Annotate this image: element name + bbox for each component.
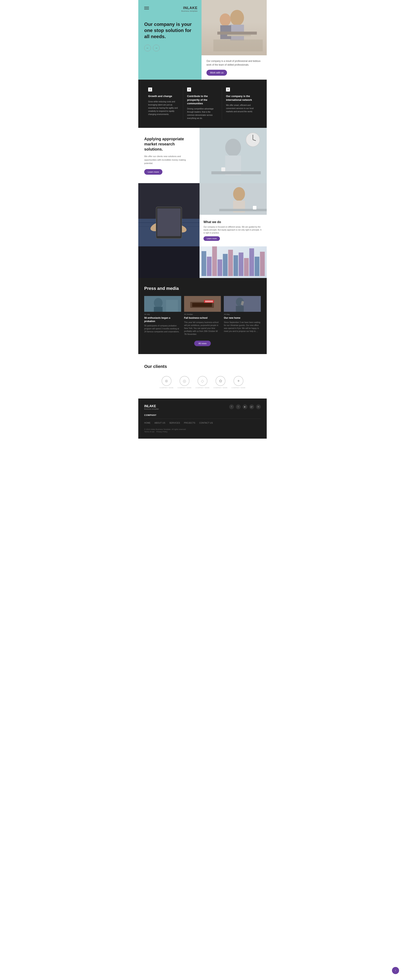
chart-bar-11 — [255, 257, 259, 276]
social-facebook-icon[interactable]: f — [229, 404, 234, 409]
footer-copy-links: © 2016 Inlake Business Template. All rig… — [144, 428, 186, 433]
svg-rect-28 — [253, 206, 256, 210]
chart-bar-1 — [202, 251, 206, 276]
market-desc: We offer our clients new solutions and o… — [144, 155, 194, 165]
client-icon-2: ◎ — [179, 376, 189, 386]
press-news-desc-1: 56 participants of company probation pro… — [144, 324, 181, 333]
chart-image — [200, 247, 267, 278]
footer-copyright: © 2016 Inlake Business Template. All rig… — [144, 428, 186, 431]
press-news-desc-3: Since September 3 we have been waiting f… — [224, 321, 261, 333]
press-news-title-2: Fall business-school — [184, 316, 221, 320]
footer-brand: INLAKE Business template — [144, 404, 159, 410]
chart-bar-4 — [218, 259, 222, 276]
press-news-title-3: Our new home — [224, 316, 261, 320]
market-section: Applying appropriate market research sol… — [138, 128, 267, 183]
clients-logos: ⊗ COMPANY NAME ◎ COMPANY NAME ◇ COMPANY … — [144, 376, 261, 389]
footer-nav-about[interactable]: ABOUT US — [154, 422, 165, 424]
chart-bar-3 — [212, 247, 217, 276]
client-logo-5: ✦ COMPANY NAME — [232, 376, 246, 389]
footer-links: Terms of use Privacy Policy — [144, 431, 186, 433]
chart-left-dark — [138, 247, 200, 278]
feature-item-1: 1 Growth and change Grow while reducing … — [144, 88, 183, 120]
social-linkedin-icon[interactable]: in — [256, 404, 261, 409]
svg-rect-4 — [220, 25, 231, 39]
footer-bottom: © 2016 Inlake Business Template. All rig… — [144, 428, 261, 433]
feature-desc-2: Driving competitive advantage through le… — [187, 107, 218, 120]
client-name-4: COMPANY NAME — [214, 387, 227, 389]
hero-left: INLAKE Business template Our company is … — [138, 0, 202, 55]
chart-bar-9 — [244, 258, 249, 276]
feature-num-2: 2 — [187, 88, 191, 91]
footer-nav-home[interactable]: HOME — [144, 422, 151, 424]
footer-nav: HOME ABOUT US SERVICES PROJECTS CONTACT … — [144, 419, 261, 424]
chart-bars — [200, 247, 267, 278]
svg-rect-40 — [236, 306, 244, 312]
client-icon-3: ◇ — [198, 376, 207, 386]
svg-rect-31 — [154, 307, 163, 312]
press-date-1: 24 July — [144, 313, 181, 315]
client-logo-1: ⊗ COMPANY NAME — [159, 376, 173, 389]
social-youtube-icon[interactable]: ▶ — [243, 404, 247, 409]
footer-nav-projects[interactable]: PROJECTS — [184, 422, 195, 424]
client-logo-2: ◎ COMPANY NAME — [178, 376, 191, 389]
chart-bar-12 — [260, 252, 265, 276]
clients-title: Our clients — [144, 364, 261, 369]
press-article-2: 25 October Fall business-school This yea… — [184, 296, 221, 336]
whatwedo-section: What we do Our company is focused on dif… — [138, 183, 267, 247]
svg-point-12 — [225, 139, 241, 156]
svg-rect-32 — [166, 300, 178, 312]
market-learn-more-button[interactable]: Learn more — [144, 169, 162, 175]
footer-terms-link[interactable]: Terms of use — [144, 431, 154, 433]
market-image — [200, 128, 267, 183]
svg-rect-2 — [230, 25, 244, 40]
feature-desc-3: We offer smart, efficient and convenient… — [226, 104, 257, 113]
whatwedo-top-image — [200, 183, 267, 215]
whatwedo-bottom: What we do Our company is focused on dif… — [200, 215, 267, 247]
feature-num-3: 3 — [226, 88, 230, 91]
hero-section: INLAKE Business template Our company is … — [138, 0, 267, 80]
feature-title-3: Our company is the international network — [226, 94, 257, 102]
hamburger-menu[interactable] — [144, 7, 149, 10]
market-title: Applying appropriate market research sol… — [144, 136, 194, 152]
all-news-button[interactable]: All news — [194, 340, 211, 346]
prev-arrow-button[interactable]: ← — [144, 45, 151, 51]
press-img-sim-3 — [224, 296, 261, 312]
about-section: Our company is a result of professional … — [138, 55, 267, 80]
client-name-5: COMPANY NAME — [232, 387, 246, 389]
svg-rect-23 — [157, 208, 181, 236]
press-image-3 — [224, 296, 261, 312]
svg-rect-35 — [192, 303, 212, 307]
chart-section — [138, 247, 267, 278]
whatwedo-desc: Our company is focused on different area… — [203, 226, 263, 234]
feature-item-2: 2 Contribute to the prosperity of the co… — [183, 88, 222, 120]
hero-image — [202, 0, 267, 55]
svg-rect-15 — [221, 167, 225, 171]
press-image-2 — [184, 296, 221, 312]
whatwedo-title: What we do — [203, 220, 263, 224]
svg-rect-37 — [205, 301, 213, 302]
chart-bar-6 — [228, 250, 233, 276]
about-text: Our company is a result of professional … — [206, 59, 262, 67]
next-arrow-button[interactable]: → — [153, 45, 160, 51]
svg-rect-0 — [202, 0, 267, 55]
chart-bar-8 — [239, 253, 243, 276]
press-image-1 — [144, 296, 181, 312]
client-name-1: COMPANY NAME — [159, 387, 173, 389]
feature-num-1: 1 — [148, 88, 152, 91]
press-img-sim-1 — [144, 296, 181, 312]
work-with-us-button[interactable]: Work with us — [206, 70, 227, 76]
footer-nav-services[interactable]: SERVICES — [169, 422, 180, 424]
svg-point-25 — [233, 187, 245, 201]
press-article-3: 29 May Our new home Since September 3 we… — [224, 296, 261, 333]
svg-rect-6 — [227, 35, 251, 36]
whatwedo-left-image — [138, 183, 200, 247]
about-right: Our company is a result of professional … — [202, 55, 267, 80]
brand-name: INLAKE — [181, 6, 198, 10]
footer-nav-contact[interactable]: CONTACT US — [199, 422, 213, 424]
social-twitter-icon[interactable]: t — [236, 404, 241, 409]
social-googleplus-icon[interactable]: g+ — [249, 404, 254, 409]
whatwedo-learn-more-button[interactable]: Learn more — [203, 236, 220, 241]
svg-point-3 — [220, 13, 231, 26]
press-article-1: 24 July 56 enthusiasts began a probation… — [144, 296, 181, 333]
footer-privacy-link[interactable]: Privacy Policy — [156, 431, 168, 433]
